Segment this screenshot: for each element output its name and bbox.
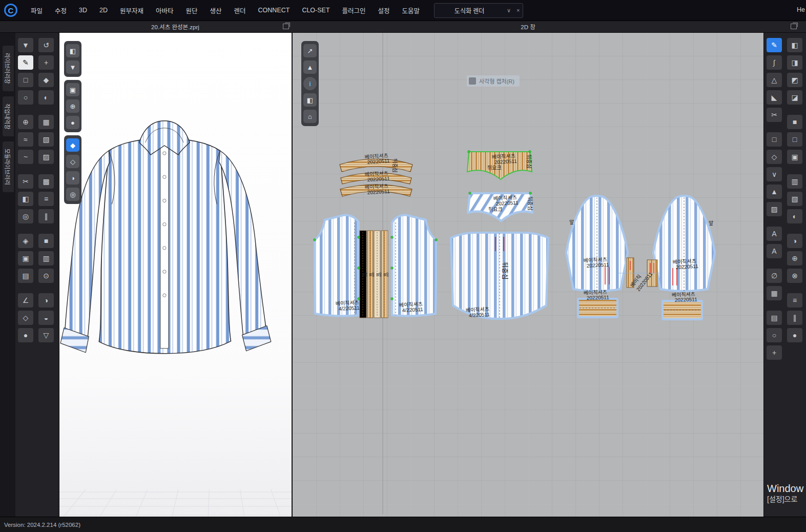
garment-fit-map-button[interactable]: ▼ — [66, 60, 79, 74]
garment-fit-tool[interactable]: ◆ — [38, 73, 54, 87]
clo-logo-icon[interactable]: C — [4, 4, 17, 17]
grainline-tool[interactable]: ∥ — [38, 209, 54, 223]
cut-sew-tool[interactable]: ✂ — [767, 108, 782, 122]
menu-item-수정[interactable]: 수정 — [49, 0, 73, 21]
panel-divider[interactable] — [292, 32, 293, 517]
2d-pattern-canvas[interactable]: 베이직셔츠20220511베이직셔츠20220511베이직셔츠20220511뒤… — [293, 32, 763, 514]
pin-display-button[interactable]: ⊕ — [66, 99, 79, 113]
fabric-view-2d-button[interactable]: ◧ — [303, 93, 317, 107]
fabric-off-button[interactable]: ◇ — [66, 155, 79, 168]
fitting-tape-tool[interactable]: ▤ — [18, 269, 33, 283]
render-camera-tool[interactable]: ◒ — [38, 311, 54, 325]
circle-measure-tool[interactable]: ∅ — [767, 269, 782, 283]
menu-item-생산[interactable]: 생산 — [204, 0, 228, 21]
select-move-tool[interactable]: ✎ — [18, 55, 33, 70]
edit-pattern-tool[interactable]: △ — [767, 73, 782, 87]
pattern-transfer-button[interactable]: ▲ — [303, 60, 317, 74]
gizmo-tool[interactable]: ◈ — [18, 234, 33, 248]
side-tab-2[interactable]: 작업내역창 — [3, 96, 14, 137]
sync-avatar-tool[interactable]: + — [38, 55, 54, 70]
2d-panel-float-icon[interactable] — [791, 24, 797, 29]
avatar-skin-button[interactable]: ◑ — [66, 171, 79, 185]
show-garment-button[interactable]: ▣ — [66, 83, 79, 96]
texture-edit-2d-tool[interactable]: ▣ — [787, 150, 802, 164]
grading-tool[interactable]: ▲ — [767, 185, 782, 199]
3d-viewport[interactable]: ◧▼▣⊕●◆◇◑◎ — [59, 32, 292, 517]
align-tool[interactable]: ≡ — [787, 293, 802, 308]
print-layout-tool[interactable]: ▥ — [787, 174, 802, 189]
texture-tool[interactable]: ▥ — [38, 251, 54, 265]
menu-item-원부자재[interactable]: 원부자재 — [114, 0, 150, 21]
close-icon[interactable]: × — [513, 7, 523, 13]
info-button[interactable]: i — [303, 77, 317, 90]
menu-item-플러그인[interactable]: 플러그인 — [336, 0, 372, 21]
menu-item-아바타[interactable]: 아바타 — [150, 0, 180, 21]
layout-tool[interactable]: ▤ — [767, 311, 782, 325]
menu-item-파일[interactable]: 파일 — [25, 0, 49, 21]
show-sewing-tool[interactable]: ◨ — [787, 55, 802, 70]
arrangement-point-tool[interactable]: ▦ — [38, 115, 54, 129]
pan-hand-tool[interactable]: + — [767, 345, 782, 360]
attach-tape-tool[interactable]: ▩ — [38, 174, 54, 189]
avatar-tape-tool[interactable]: ▨ — [38, 150, 54, 164]
3d-garment-canvas[interactable] — [59, 32, 292, 516]
3d-shirt[interactable] — [60, 121, 271, 354]
fold-arrangement-tool[interactable]: ◧ — [18, 192, 33, 206]
pin-box-tool[interactable]: ⊙ — [38, 269, 54, 283]
2d-pattern-window[interactable]: 베이직셔츠20220511베이직셔츠20220511베이직셔츠20220511뒤… — [293, 32, 763, 517]
notch-tool[interactable]: ∨ — [767, 167, 782, 181]
menu-item-원단[interactable]: 원단 — [180, 0, 204, 21]
zoom-tool[interactable]: ○ — [767, 328, 782, 342]
free-sewing-tool[interactable]: ~ — [18, 150, 33, 164]
menu-item-3D[interactable]: 3D — [73, 0, 93, 21]
light-tool[interactable]: ◑ — [38, 293, 54, 308]
tape-tool[interactable]: ▣ — [18, 251, 33, 265]
render-style-button[interactable]: ◧ — [66, 44, 79, 57]
fabric-layer-tool[interactable]: ■ — [787, 115, 802, 129]
pleat-tool[interactable]: ▧ — [787, 192, 802, 206]
reset-arrangement-tool[interactable]: ↺ — [38, 38, 54, 52]
avatar-display-button[interactable]: ● — [66, 116, 79, 129]
ruler-tool[interactable]: ≡ — [38, 192, 54, 206]
style-line-tool[interactable]: ◇ — [18, 311, 33, 325]
menu-item-설정[interactable]: 설정 — [372, 0, 396, 21]
colorway-tool[interactable]: □ — [787, 132, 802, 147]
detach-sewing-tool[interactable]: ✂ — [18, 174, 33, 189]
curve-edit-tool[interactable]: ∫ — [767, 55, 782, 70]
curve-snap-button[interactable]: ↗ — [303, 44, 317, 57]
text-tool[interactable]: A — [767, 227, 782, 241]
grid-tool[interactable]: ▦ — [767, 286, 782, 300]
menu-item-CLO-SET[interactable]: CLO-SET — [296, 0, 336, 21]
wind-tool[interactable]: ◎ — [18, 209, 33, 223]
camera-tool[interactable]: ● — [18, 328, 33, 342]
safety-frame-tool[interactable]: ▧ — [38, 132, 54, 147]
environment-globe-button[interactable]: ◎ — [66, 188, 79, 201]
parallel-tool[interactable]: ∥ — [787, 311, 802, 325]
side-tab-1[interactable]: 라이브러리창 — [3, 46, 14, 91]
dart-tool[interactable]: ◇ — [767, 150, 782, 164]
3d-panel-float-icon[interactable] — [283, 24, 289, 29]
show-grainline-tool[interactable]: ◪ — [787, 90, 802, 105]
fabric-view-button[interactable]: ◆ — [66, 138, 79, 152]
point-tool[interactable]: ● — [787, 328, 802, 342]
menu-item-렌더[interactable]: 렌더 — [228, 0, 252, 21]
pattern-font-tool[interactable]: A — [767, 244, 782, 258]
menu-item-도움말[interactable]: 도움말 — [396, 0, 426, 21]
help-menu-partial[interactable]: He — [797, 6, 805, 13]
home-arrange-button[interactable]: ⌂ — [303, 110, 317, 123]
measure-tool[interactable]: ∠ — [18, 293, 33, 308]
simulate-tool[interactable]: ▼ — [18, 38, 33, 52]
show-pattern-tool[interactable]: ◧ — [787, 38, 802, 52]
menu-item-2D[interactable]: 2D — [93, 0, 114, 21]
pose-tool[interactable]: ◐ — [38, 90, 54, 105]
unfold-tool[interactable]: ⊗ — [787, 269, 802, 283]
menu-item-CONNECT[interactable]: CONNECT — [252, 0, 296, 21]
rectangle-select-tool[interactable]: □ — [18, 73, 33, 87]
show-base-line-tool[interactable]: ◩ — [787, 73, 802, 87]
internal-line-tool[interactable]: ▨ — [767, 202, 782, 216]
seam-allowance-tool[interactable]: □ — [767, 132, 782, 147]
drop-tool[interactable]: ▽ — [38, 328, 54, 342]
trace-tool[interactable]: ◣ — [767, 90, 782, 105]
shrinkage-tool[interactable]: ◐ — [787, 209, 802, 223]
pen-polygon-tool[interactable]: ✎ — [767, 38, 782, 52]
